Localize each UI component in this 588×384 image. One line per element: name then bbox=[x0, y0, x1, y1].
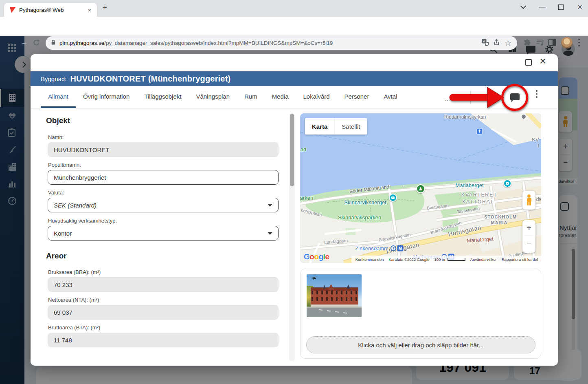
dropdown-caret-icon bbox=[268, 232, 272, 235]
dialog-header: Byggnad: HUVUDKONTORET (Münchenbryggerie… bbox=[31, 71, 558, 86]
dialog-maximize-icon[interactable] bbox=[525, 59, 532, 66]
pegman-control[interactable] bbox=[522, 191, 535, 210]
verksamhetstyp-select[interactable]: Kontor bbox=[48, 226, 279, 241]
map-label: Tavastgatan bbox=[456, 206, 480, 214]
share-icon[interactable] bbox=[493, 38, 500, 48]
metro-t-icon[interactable]: T bbox=[391, 245, 396, 251]
images-panel: Klicka och välj eller drag och släpp bil… bbox=[300, 269, 541, 359]
map-label: Bastugatan bbox=[427, 203, 449, 210]
map-label: Skinnarviksparken bbox=[338, 214, 381, 221]
map-scale-label: 100 m bbox=[434, 257, 445, 262]
window-chevron-icon[interactable] bbox=[521, 2, 525, 12]
map-label: MARIA bbox=[491, 220, 507, 225]
dialog-tab-bar: Allmänt Övrig information Tilläggsobjekt… bbox=[31, 86, 558, 108]
tab-personer[interactable]: Personer bbox=[337, 86, 377, 108]
map-label: Skinnarviksberget bbox=[344, 199, 386, 205]
map-zoom-in[interactable]: + bbox=[522, 220, 535, 236]
tab-overflow-indicator[interactable]: ... bbox=[444, 95, 451, 103]
window-maximize-icon[interactable] bbox=[558, 2, 564, 12]
tab-avtal[interactable]: Avtal bbox=[376, 86, 404, 108]
map-terms-link[interactable]: Användarvillkor bbox=[470, 257, 497, 262]
map-label: I bbox=[538, 143, 539, 149]
browser-tab[interactable]: Pythagoras® Web × bbox=[4, 3, 97, 17]
map-label: Riddarholmskyrkan bbox=[444, 114, 486, 120]
side-panel-icon[interactable] bbox=[548, 39, 556, 48]
camera-poi-icon[interactable] bbox=[389, 194, 397, 202]
tab-allmant[interactable]: Allmänt bbox=[41, 86, 76, 108]
map-label: ad bbox=[301, 146, 306, 152]
form-scrollbar[interactable] bbox=[289, 113, 295, 361]
map-label: KVARTERET bbox=[461, 192, 497, 198]
map-label: ← bbox=[401, 182, 406, 188]
map-data-credit: Kartdata ©2022 Google bbox=[388, 257, 429, 262]
church-pin-icon[interactable] bbox=[521, 114, 527, 119]
window-close-icon[interactable]: × bbox=[577, 2, 582, 12]
map-canvas[interactable]: RiddarholmskyrkanKVIadSöder Mälarstrand←… bbox=[300, 113, 541, 263]
valuta-label: Valuta: bbox=[48, 190, 64, 196]
toolbar-hidden-icon[interactable] bbox=[487, 93, 497, 103]
dropdown-caret-icon bbox=[268, 204, 272, 207]
tab-rum[interactable]: Rum bbox=[237, 86, 265, 108]
tab-media[interactable]: Media bbox=[265, 86, 296, 108]
bruksarea-label: Bruksarea (BRA): (m²) bbox=[48, 269, 101, 275]
google-logo[interactable]: Google bbox=[304, 252, 329, 261]
harbor-icon[interactable] bbox=[477, 128, 483, 135]
map-shortcuts-link[interactable]: Kortkommandon bbox=[355, 257, 384, 262]
camera-poi-icon[interactable] bbox=[503, 179, 511, 188]
building-photo-thumbnail[interactable] bbox=[307, 274, 362, 317]
map-zoom-out[interactable]: − bbox=[522, 236, 535, 252]
popularnamn-label: Populärnamn: bbox=[48, 162, 81, 168]
tab-close-icon[interactable]: × bbox=[86, 7, 93, 13]
tab-tillaggsobjekt[interactable]: Tilläggsobjekt bbox=[137, 86, 189, 108]
browser-toolbar: ← → pim.pythagoras.se/py_datamanager_sal… bbox=[0, 17, 588, 36]
bruttoarea-field[interactable] bbox=[48, 333, 279, 347]
browser-chrome: Pythagoras® Web × + — × ← → pim.pythagor… bbox=[0, 0, 588, 36]
map-label: Lundagatan bbox=[324, 238, 348, 245]
reload-icon[interactable] bbox=[33, 38, 40, 49]
map-type-karta[interactable]: Karta bbox=[305, 118, 334, 135]
bruksarea-field[interactable] bbox=[48, 277, 279, 292]
tab-lokalvard[interactable]: Lokalvård bbox=[296, 86, 337, 108]
browser-profile-avatar[interactable] bbox=[561, 37, 573, 49]
map-label: STOCKHOLM bbox=[484, 214, 517, 219]
map-label: ds bbox=[536, 196, 541, 202]
tab-title: Pythagoras® Web bbox=[19, 7, 86, 13]
url-text: pim.pythagoras.se/py_datamanager_sales/p… bbox=[59, 40, 478, 46]
map-label: borgsgatan bbox=[301, 207, 323, 217]
map-label: arken bbox=[300, 195, 313, 201]
map-zoom-control: + − bbox=[522, 220, 535, 253]
map-label: Brännkyrkagatan bbox=[378, 232, 411, 243]
window-minimize-icon[interactable]: — bbox=[539, 2, 546, 12]
extensions-puzzle-icon[interactable] bbox=[524, 38, 532, 48]
playlist-extension-icon[interactable] bbox=[536, 38, 544, 48]
map-type-satellit[interactable]: Satellit bbox=[334, 118, 367, 135]
browser-menu-icon[interactable] bbox=[578, 39, 580, 48]
forward-icon[interactable]: → bbox=[20, 38, 28, 47]
valuta-select[interactable]: SEK (Standard) bbox=[48, 198, 279, 212]
map-type-toggle: Karta Satellit bbox=[305, 118, 367, 135]
translate-icon[interactable]: A bbox=[481, 38, 489, 48]
back-icon[interactable]: ← bbox=[6, 38, 13, 47]
pythagoras-favicon bbox=[10, 7, 16, 13]
verksamhetstyp-label: Huvudsaklig verksamhetstyp: bbox=[48, 218, 117, 224]
more-options-icon[interactable] bbox=[536, 90, 538, 99]
map-label: Söder Mälarstrand bbox=[349, 184, 390, 194]
address-bar[interactable]: pim.pythagoras.se/py_datamanager_sales/p… bbox=[46, 36, 517, 50]
monument-poi-icon[interactable]: ♟ bbox=[416, 184, 425, 193]
toolbar-divider bbox=[470, 91, 471, 104]
metro-m-icon[interactable]: M bbox=[397, 245, 404, 252]
map-report-link[interactable]: Rapportera ett kartfel bbox=[502, 257, 538, 262]
bookmark-star-icon[interactable]: ☆ bbox=[505, 38, 511, 48]
popularnamn-field[interactable] bbox=[48, 170, 279, 185]
dialog-close-icon[interactable]: × bbox=[540, 55, 546, 68]
tab-ovrig-information[interactable]: Övrig information bbox=[76, 86, 137, 108]
comments-icon[interactable] bbox=[510, 93, 520, 100]
nettoarea-field[interactable] bbox=[48, 305, 279, 320]
namn-label: Namn: bbox=[48, 134, 64, 140]
image-dropzone[interactable]: Klicka och välj eller drag och släpp bil… bbox=[306, 336, 535, 353]
namn-field[interactable] bbox=[48, 142, 279, 157]
map-label: Zinkensdamm bbox=[355, 245, 388, 252]
tab-vaningsplan[interactable]: Våningsplan bbox=[189, 86, 237, 108]
screen: + − darvillkor Nyttjan rprester 197 091 … bbox=[0, 0, 588, 384]
new-tab-button[interactable]: + bbox=[103, 3, 107, 12]
